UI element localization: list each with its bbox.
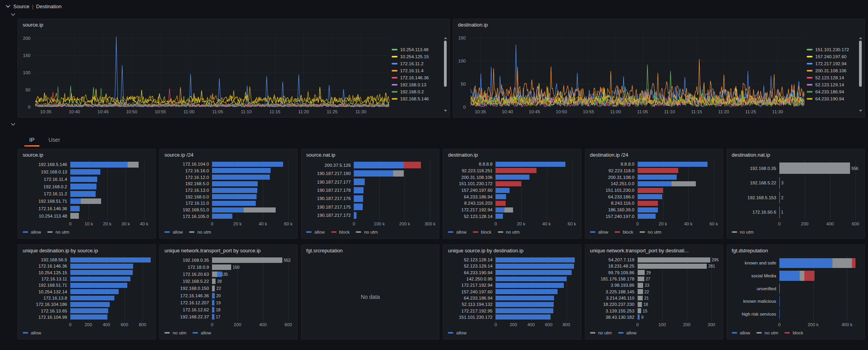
scrollbar-thumb[interactable]: [444, 41, 447, 87]
legend-label: 52.123.129.14: [815, 82, 844, 87]
bar-value-label: 15: [643, 309, 647, 313]
legend-swatch: [392, 70, 397, 71]
breadcrumb[interactable]: Source | Destination: [13, 4, 62, 9]
x-tick-label: 10:40: [69, 109, 80, 114]
panel-title[interactable]: destination.ip /24: [585, 149, 723, 159]
legend-label: no utm: [648, 230, 661, 234]
bar-value-label: 19: [216, 300, 221, 305]
legend-item-no-utm[interactable]: no utm: [640, 230, 661, 234]
legend-item-allow[interactable]: allow: [306, 230, 324, 234]
legend-item-block[interactable]: block: [615, 230, 633, 234]
x-tick-label: 10:45: [98, 109, 109, 114]
legend-item-allow[interactable]: allow: [164, 230, 183, 234]
scrollbar-thumb[interactable]: [859, 41, 862, 87]
bar-track: [638, 187, 719, 194]
legend-item-allow[interactable]: allow: [618, 330, 636, 335]
panel-title[interactable]: destination.ip: [443, 149, 581, 159]
bar-track: [638, 213, 719, 220]
legend-item-no-utm[interactable]: no utm: [498, 230, 520, 234]
bar-rows: 192.168.5.146192.168.0.13172.16.11.4192.…: [21, 160, 151, 220]
legend-item-192-168-0-2[interactable]: 192.168.0.2: [392, 89, 442, 94]
panel-title[interactable]: unique source.ip by destination.ip: [443, 245, 581, 254]
panel-title[interactable]: source.ip /24: [160, 149, 297, 159]
legend-item-allow[interactable]: allow: [448, 330, 466, 335]
scroll-down-arrow-icon[interactable]: [444, 110, 447, 112]
x-tick-label: 60 k: [709, 221, 718, 226]
legend-item-192-168-0-13[interactable]: 192.168.0.13: [392, 82, 442, 87]
x-tick-label: 0: [353, 221, 355, 226]
row-collapse-details[interactable]: [0, 120, 868, 129]
legend-item-no-utm[interactable]: no utm: [732, 230, 754, 234]
legend-item-151-101-230-172[interactable]: 151.101.230.172: [807, 47, 857, 52]
legend-item-10-254-113-48[interactable]: 10.254.113.48: [392, 47, 442, 52]
bar-track: [495, 270, 577, 276]
panel-title[interactable]: destination.nat.ip: [727, 149, 864, 159]
bar-track: [70, 257, 151, 263]
breadcrumb-section[interactable]: Source: [13, 4, 29, 9]
legend-item-no-utm[interactable]: no utm: [164, 330, 186, 335]
legend-swatch: [392, 98, 397, 100]
bar-segment-allow: [495, 314, 550, 320]
legend-item-no-utm[interactable]: no utm: [189, 230, 211, 234]
legend-item-172-16-11-2[interactable]: 172.16.11.2: [392, 61, 442, 66]
legend-item-block[interactable]: block: [784, 330, 803, 335]
bar-row-label: 172.16.50.6: [730, 210, 776, 214]
legend-item-172-217-192-94[interactable]: 172.217.192.94: [807, 61, 857, 66]
panel-title[interactable]: unique network.transport_port by destina…: [585, 245, 723, 254]
scroll-up-arrow-icon[interactable]: [859, 37, 862, 39]
panel-title[interactable]: source.ip: [18, 149, 155, 159]
panel-title[interactable]: fgt.dstreputation: [727, 245, 864, 254]
scroll-up-arrow-icon[interactable]: [444, 37, 447, 39]
legend-item-no-utm[interactable]: no utm: [590, 330, 612, 335]
legend-item-no-utm[interactable]: no utm: [356, 230, 378, 234]
legend-label: 192.168.5.146: [400, 96, 429, 101]
legend-label: block: [339, 230, 350, 234]
legend-item-64-233-190-94[interactable]: 64.233.190.94: [807, 96, 857, 101]
bar-track: 15: [638, 307, 719, 314]
legend-item-64-233-186-94[interactable]: 64.233.186.94: [807, 89, 857, 94]
legend-item-52-123-129-14[interactable]: 52.123.129.14: [807, 82, 857, 87]
legend-item-allow[interactable]: allow: [448, 230, 466, 234]
panel-title[interactable]: unique destination.ip by source.ip: [18, 245, 155, 254]
panel-title[interactable]: unique network.transport_port by source.…: [160, 245, 297, 254]
bar-row-label: 10.254.113.48: [21, 214, 67, 218]
legend-item-172-16-146-36[interactable]: 172.16.146.36: [392, 75, 442, 80]
panel-title[interactable]: source.nat.ip: [301, 149, 439, 159]
legend-item-10-254-125-15[interactable]: 10.254.125.15: [392, 54, 442, 59]
legend-item-allow[interactable]: allow: [590, 230, 608, 234]
legend-item-no-utm[interactable]: no utm: [47, 230, 69, 234]
legend-item-200-31-108-106[interactable]: 200.31.108.106: [807, 68, 857, 73]
tab-ip[interactable]: IP: [23, 134, 40, 146]
x-axis: 0200400600: [779, 220, 861, 228]
chevron-down-icon[interactable]: [5, 4, 10, 9]
legend-item-172-16-11-4[interactable]: 172.16.11.4: [392, 68, 442, 73]
legend-item-52-123-128-14[interactable]: 52.123.128.14: [807, 75, 857, 80]
bar-segment-no-utm: [212, 264, 231, 270]
legend-item-block[interactable]: block: [331, 230, 350, 234]
legend-item-allow[interactable]: allow: [732, 330, 750, 335]
bar-value-label: 552: [284, 258, 291, 262]
bar-track: [495, 263, 577, 269]
legend-item-allow[interactable]: allow: [23, 230, 41, 234]
legend-item-block[interactable]: block: [473, 230, 492, 234]
breadcrumb-page[interactable]: Destination: [36, 4, 62, 9]
row-collapse-timeseries[interactable]: [0, 10, 868, 19]
bar-row: 190.187.217.178: [305, 186, 435, 194]
legend: no utmallow: [585, 329, 723, 339]
legend-item-192-168-5-146[interactable]: 192.168.5.146: [392, 96, 442, 101]
chevron-down-icon[interactable]: [11, 12, 15, 17]
scroll-down-arrow-icon[interactable]: [859, 110, 862, 112]
legend-list: 10.254.113.4810.254.125.15172.16.11.2172…: [392, 47, 442, 101]
tab-label: User: [48, 137, 60, 143]
legend-item-allow[interactable]: allow: [23, 330, 41, 335]
legend-item-157-240-197-60[interactable]: 157.240.197.60: [807, 54, 857, 59]
tab-user[interactable]: User: [43, 134, 66, 146]
bar-row: 10.254.132.14: [21, 289, 151, 295]
chevron-down-icon[interactable]: [11, 122, 15, 127]
bar-row-label: 8.8.8.8: [446, 162, 492, 166]
panel-title[interactable]: destination.ip: [453, 19, 864, 29]
panel-title[interactable]: source.ip: [18, 19, 449, 29]
legend-item-allow[interactable]: allow: [192, 330, 211, 335]
legend-item-no-utm[interactable]: no utm: [756, 330, 778, 335]
panel-title[interactable]: fgt.srcreputation: [301, 245, 439, 254]
